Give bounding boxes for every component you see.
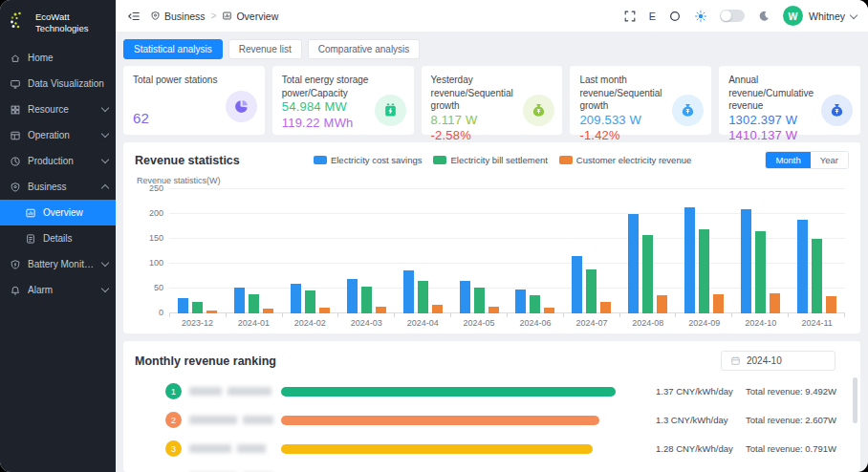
light-mode-icon[interactable] (694, 10, 707, 23)
sidebar-item-home[interactable]: Home (0, 45, 116, 71)
x-axis-label: 2024-02 (282, 317, 338, 328)
theme-toggle-knob (721, 11, 731, 21)
bar[interactable] (460, 281, 470, 313)
station-name-redacted (189, 444, 273, 453)
user-name: Whitney (809, 11, 845, 22)
bar[interactable] (812, 239, 822, 313)
x-axis-label: 2024-07 (563, 317, 619, 328)
bar[interactable] (642, 235, 653, 313)
scrollbar-thumb[interactable] (853, 377, 857, 423)
sidebar-item-operation[interactable]: Operation (0, 122, 116, 148)
tab-statistical-analysis[interactable]: Statistical analysis (123, 39, 223, 59)
theme-toggle[interactable] (720, 10, 745, 22)
language-switch[interactable]: E (649, 11, 656, 22)
bar[interactable] (826, 296, 836, 313)
sidebar-item-details[interactable]: Details (0, 225, 116, 251)
bar-chart-icon (25, 207, 36, 219)
refresh-circle-icon[interactable] (668, 10, 682, 23)
month-picker[interactable]: 2024-10 (721, 351, 835, 371)
menu-fold-icon[interactable] (127, 10, 141, 23)
x-axis-label: 2024-03 (338, 317, 395, 328)
ranking-bar[interactable] (281, 387, 616, 397)
bar-group-2024-06 (508, 189, 564, 313)
bar[interactable] (403, 270, 414, 313)
bar[interactable] (515, 290, 526, 313)
dark-mode-icon[interactable] (757, 10, 770, 23)
legend-item-2[interactable]: Customer electricity revenue (559, 155, 691, 165)
ranking-bar[interactable] (281, 444, 593, 454)
ranking-row-1: 1 1.37 CNY/kWh/day Total revenue: 9.492W (135, 383, 849, 399)
bar[interactable] (361, 287, 372, 313)
money-bag-icon (821, 95, 853, 126)
bar-group-2024-04 (395, 189, 451, 313)
bar[interactable] (572, 256, 582, 313)
bar[interactable] (249, 294, 259, 313)
x-axis-label: 2024-06 (508, 317, 564, 328)
bar[interactable] (347, 279, 358, 313)
bar[interactable] (418, 281, 428, 313)
bar[interactable] (713, 294, 724, 313)
revenue-panel-title: Revenue statistics (135, 154, 240, 167)
sidebar-item-business[interactable]: Business (0, 174, 116, 200)
sidebar-nav: HomeData VisualizationResourceOperationP… (0, 45, 116, 303)
bar[interactable] (600, 302, 611, 313)
bar[interactable] (319, 308, 330, 313)
bar[interactable] (586, 269, 597, 313)
stat-card-0: Total power stations 62 (123, 66, 265, 135)
bar-group-2024-01 (226, 189, 282, 313)
sidebar-item-production[interactable]: Production (0, 148, 116, 174)
bar[interactable] (684, 207, 695, 313)
ranking-row-3: 3 1.28 CNY/kWh/day Total revenue: 0.791W (135, 440, 849, 457)
document-icon (25, 233, 36, 245)
bar[interactable] (657, 295, 667, 313)
bar[interactable] (192, 302, 203, 313)
bar[interactable] (755, 231, 766, 313)
bar-group-2024-05 (451, 189, 508, 313)
x-axis-label: 2024-10 (732, 317, 789, 328)
sidebar-item-battery-monitoring[interactable]: Battery Monitoring (0, 251, 116, 277)
ranking-bar[interactable] (281, 416, 599, 425)
bar[interactable] (305, 290, 315, 313)
logo[interactable]: EcoWatt Technologies (0, 0, 116, 45)
range-button-month[interactable]: Month (766, 152, 810, 168)
price-per-kwh: 1.3 CNY/kWh/day (656, 415, 738, 425)
legend-swatch (433, 156, 446, 164)
bar[interactable] (741, 209, 751, 313)
rank-badge: 3 (165, 440, 182, 457)
sidebar-item-resource[interactable]: Resource (0, 97, 116, 122)
bar[interactable] (770, 293, 780, 313)
bar[interactable] (544, 308, 554, 313)
bar[interactable] (432, 305, 443, 313)
tab-comparative-analysis[interactable]: Comparative analysis (308, 39, 421, 59)
user-menu[interactable]: W Whitney (783, 6, 857, 26)
bar[interactable] (797, 220, 808, 313)
bar[interactable] (376, 307, 386, 313)
bar[interactable] (530, 295, 540, 313)
bar[interactable] (178, 298, 188, 313)
fullscreen-icon[interactable] (623, 10, 637, 23)
tab-revenue-list[interactable]: Revenue list (228, 39, 302, 59)
main-area: Business > Overview E (116, 0, 868, 472)
breadcrumb-business[interactable]: Business (150, 11, 206, 22)
breadcrumb-overview[interactable]: Overview (222, 11, 278, 22)
bar-group-2024-07 (563, 189, 619, 313)
bar[interactable] (206, 311, 217, 313)
pie-chart-icon (226, 91, 257, 122)
sidebar-item-alarm[interactable]: Alarm (0, 277, 116, 303)
bar[interactable] (234, 288, 245, 313)
stat-card-1: Total energy storage power/Capacity 54.9… (272, 66, 414, 135)
bar[interactable] (628, 214, 639, 313)
range-button-year[interactable]: Year (811, 152, 848, 168)
bar[interactable] (263, 309, 273, 313)
bar[interactable] (291, 284, 301, 313)
legend-item-0[interactable]: Electricity cost savings (314, 155, 423, 165)
sidebar-item-data-visualization[interactable]: Data Visualization (0, 71, 116, 97)
breadcrumb: Business > Overview (150, 11, 278, 22)
legend-item-1[interactable]: Electricity bill settlement (433, 155, 547, 165)
bar[interactable] (488, 307, 499, 313)
month-year-toggle: MonthYear (765, 151, 849, 169)
bar[interactable] (699, 229, 709, 313)
bar-chart-icon (222, 11, 232, 21)
sidebar-item-overview[interactable]: Overview (0, 200, 116, 225)
bar[interactable] (474, 288, 485, 313)
